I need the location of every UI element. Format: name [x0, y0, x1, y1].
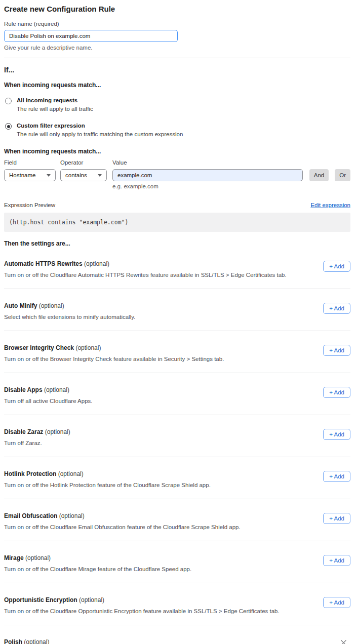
edit-expression-link[interactable]: Edit expression [310, 202, 350, 208]
setting-description: Turn on or off the Hotlink Protection fe… [4, 482, 211, 488]
radio-description: The rule will only apply to traffic matc… [17, 131, 183, 137]
radio-all-incoming-requests[interactable]: All incoming requests The rule will appl… [4, 97, 350, 112]
radio-description: The rule will apply to all traffic [17, 106, 93, 112]
setting-description: Turn on or off the Cloudflare Email Obfu… [4, 524, 241, 530]
add-button-opportunistic-encryption[interactable]: + Add [323, 597, 350, 608]
rule-name-helper: Give your rule a descriptive name. [4, 45, 350, 51]
setting-section-mirage: Mirage (optional) Turn on or off the Clo… [4, 541, 350, 583]
add-button-auto-minify[interactable]: + Add [323, 303, 350, 314]
expression-builder-row: Field Hostname Operator contains Value e… [4, 159, 350, 189]
request-match-radio-group: All incoming requests The rule will appl… [4, 97, 350, 137]
setting-title: Disable Apps (optional) [4, 386, 93, 393]
setting-section-hotlink-protection: Hotlink Protection (optional) Turn on or… [4, 457, 350, 499]
value-input[interactable] [112, 169, 303, 181]
divider [4, 58, 350, 58]
radio-custom-filter-expression[interactable]: Custom filter expression The rule will o… [4, 123, 350, 137]
if-heading: If... [4, 66, 350, 74]
expression-preview-code: (http.host contains "example.com") [4, 213, 350, 232]
setting-section-polish: Polish (optional) Change the settings of… [4, 625, 350, 644]
setting-description: Select which file extensions to minify a… [4, 314, 135, 320]
page-title: Create new Configuration Rule [4, 5, 350, 13]
expression-preview-header: Expression Preview Edit expression [4, 202, 350, 208]
radio-label: All incoming requests [17, 97, 93, 103]
setting-title: Auto Minify (optional) [4, 302, 135, 309]
setting-description: Turn off all active Cloudflare Apps. [4, 398, 93, 404]
or-button[interactable]: Or [335, 169, 350, 181]
add-button-automatic-https-rewrites[interactable]: + Add [323, 261, 350, 272]
value-helper: e.g. example.com [112, 183, 303, 189]
radio-label: Custom filter expression [17, 123, 183, 129]
operator-select-value: contains [65, 172, 87, 178]
setting-section-email-obfuscation: Email Obfuscation (optional) Turn on or … [4, 499, 350, 541]
remove-polish-button[interactable] [340, 639, 347, 644]
setting-description: Turn on or off the Cloudflare Mirage fea… [4, 566, 191, 572]
operator-label: Operator [60, 159, 107, 166]
setting-title: Opportunistic Encryption (optional) [4, 596, 280, 603]
add-button-disable-zaraz[interactable]: + Add [323, 429, 350, 440]
setting-section-disable-apps: Disable Apps (optional) Turn off all act… [4, 373, 350, 415]
radio-icon[interactable] [5, 98, 12, 104]
chevron-down-icon [98, 174, 102, 177]
setting-section-disable-zaraz: Disable Zaraz (optional) Turn off Zaraz.… [4, 415, 350, 457]
add-button-disable-apps[interactable]: + Add [323, 387, 350, 398]
rule-name-label: Rule name (required) [4, 21, 350, 27]
rule-name-input[interactable] [4, 30, 178, 42]
setting-description: Turn off Zaraz. [4, 440, 70, 446]
field-select-value: Hostname [9, 172, 35, 178]
setting-title: Polish (optional) [4, 638, 340, 644]
setting-title: Email Obfuscation (optional) [4, 512, 241, 519]
add-button-email-obfuscation[interactable]: + Add [323, 513, 350, 524]
add-button-hotlink-protection[interactable]: + Add [323, 471, 350, 482]
configuration-rule-form: Create new Configuration Rule Rule name … [0, 0, 357, 644]
setting-section-browser-integrity-check: Browser Integrity Check (optional) Turn … [4, 331, 350, 373]
field-label: Field [4, 159, 56, 166]
setting-section-opportunistic-encryption: Opportunistic Encryption (optional) Turn… [4, 583, 350, 625]
add-button-browser-integrity-check[interactable]: + Add [323, 345, 350, 356]
field-select[interactable]: Hostname [4, 169, 56, 181]
add-button-mirage[interactable]: + Add [323, 555, 350, 566]
setting-title: Disable Zaraz (optional) [4, 428, 70, 435]
expression-preview-label: Expression Preview [4, 202, 55, 208]
setting-section-automatic-https-rewrites: Automatic HTTPS Rewrites (optional) Turn… [4, 247, 350, 289]
setting-title: Hotlink Protection (optional) [4, 470, 211, 477]
expression-match-label: When incoming requests match... [4, 148, 350, 155]
and-button[interactable]: And [309, 169, 329, 181]
setting-description: Turn on or off the Cloudflare Opportunis… [4, 608, 280, 614]
close-icon [340, 639, 347, 644]
radio-icon[interactable] [5, 123, 12, 130]
chevron-down-icon [47, 174, 51, 177]
value-label: Value [112, 159, 303, 166]
setting-title: Mirage (optional) [4, 554, 191, 561]
then-heading: Then the settings are... [4, 240, 350, 247]
setting-description: Turn on or off the Browser Integrity Che… [4, 356, 224, 362]
setting-title: Automatic HTTPS Rewrites (optional) [4, 260, 287, 267]
operator-select[interactable]: contains [60, 169, 107, 181]
setting-section-auto-minify: Auto Minify (optional) Select which file… [4, 289, 350, 331]
match-label: When incoming requests match... [4, 82, 350, 89]
setting-title: Browser Integrity Check (optional) [4, 344, 224, 351]
setting-description: Turn on or off the Cloudflare Automatic … [4, 272, 287, 278]
